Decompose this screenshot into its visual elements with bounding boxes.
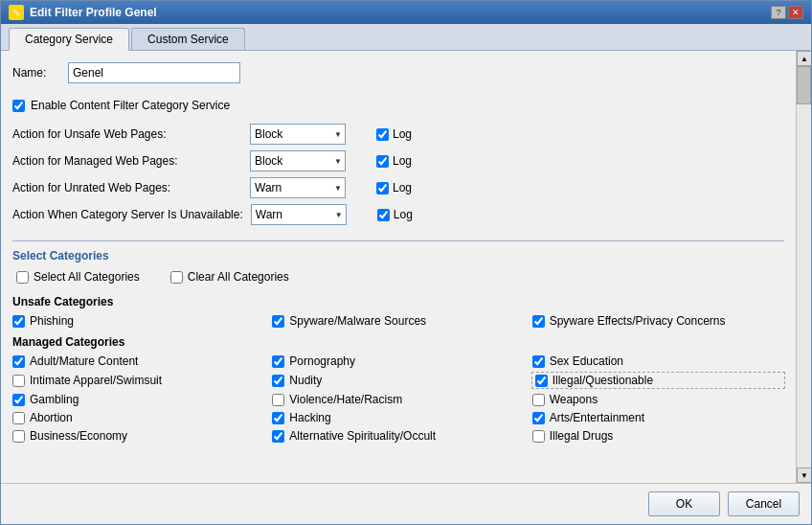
scroll-up-button[interactable]: ▲	[797, 51, 811, 66]
select-all-checkbox[interactable]	[16, 271, 29, 284]
action-select-wrap-0: BlockWarnAllow	[250, 124, 346, 145]
unsafe-checkbox-1[interactable]	[272, 315, 284, 328]
scroll-thumb[interactable]	[797, 66, 811, 104]
cancel-button[interactable]: Cancel	[728, 491, 800, 516]
select-categories-header: Select Categories	[12, 249, 784, 262]
action-select-wrap-3: BlockWarnAllow	[251, 204, 347, 225]
section-divider	[12, 240, 784, 241]
action-row-2: Action for Unrated Web Pages: BlockWarnA…	[12, 177, 784, 198]
list-item: Pornography	[272, 354, 524, 368]
managed-cb-13[interactable]	[272, 430, 284, 443]
managed-lbl-0: Adult/Mature Content	[30, 354, 138, 368]
select-all-row: Select All Categories Clear All Categori…	[12, 270, 784, 284]
clear-all-item: Clear All Categories	[170, 270, 289, 284]
log-check-0: Log	[376, 127, 412, 141]
list-item: Violence/Hate/Racism	[272, 393, 524, 406]
log-checkbox-1[interactable]	[376, 155, 389, 168]
managed-cb-4[interactable]	[272, 375, 284, 387]
managed-cb-10[interactable]	[272, 412, 284, 424]
log-label-2: Log	[393, 181, 412, 194]
log-label-0: Log	[393, 127, 412, 141]
managed-lbl-12: Business/Economy	[30, 429, 127, 443]
managed-title: Managed Categories	[12, 335, 784, 349]
managed-cb-14[interactable]	[532, 430, 545, 443]
list-item: Business/Economy	[12, 429, 264, 443]
action-select-2[interactable]: BlockWarnAllow	[250, 177, 346, 198]
log-checkbox-2[interactable]	[376, 182, 389, 194]
managed-cb-7[interactable]	[272, 394, 284, 406]
managed-cb-1[interactable]	[272, 355, 284, 368]
action-select-1[interactable]: BlockWarnAllow	[250, 150, 346, 171]
action-label-0: Action for Unsafe Web Pages:	[12, 127, 242, 141]
action-grid: Action for Unsafe Web Pages: BlockWarnAl…	[12, 124, 784, 225]
log-label-1: Log	[393, 154, 412, 168]
tab-bar: Category Service Custom Service	[1, 24, 811, 51]
enable-checkbox[interactable]	[12, 100, 25, 112]
action-row-1: Action for Managed Web Pages: BlockWarnA…	[12, 150, 784, 171]
ok-button[interactable]: OK	[648, 491, 720, 516]
unsafe-checkbox-0[interactable]	[12, 315, 25, 328]
managed-cb-0[interactable]	[12, 355, 25, 368]
action-label-2: Action for Unrated Web Pages:	[12, 181, 242, 194]
window-icon: ✎	[9, 5, 24, 20]
action-select-0[interactable]: BlockWarnAllow	[250, 124, 346, 145]
managed-lbl-3: Intimate Apparel/Swimsuit	[30, 374, 162, 387]
name-input[interactable]	[68, 62, 240, 83]
managed-cb-6[interactable]	[12, 394, 25, 406]
help-button[interactable]: ?	[771, 6, 786, 19]
action-select-3[interactable]: BlockWarnAllow	[251, 204, 347, 225]
action-select-wrap-2: BlockWarnAllow	[250, 177, 346, 198]
window-title: Edit Filter Profile Genel	[30, 6, 157, 19]
managed-cb-8[interactable]	[532, 394, 545, 406]
title-buttons: ? ✕	[771, 6, 803, 19]
unsafe-categories-grid: Phishing Spyware/Malware Sources Spyware…	[12, 314, 784, 328]
managed-cb-5[interactable]	[535, 375, 548, 387]
select-all-item: Select All Categories	[16, 270, 140, 284]
list-item: Weapons	[532, 393, 784, 406]
list-item: Illegal Drugs	[532, 429, 784, 443]
clear-all-checkbox[interactable]	[170, 271, 183, 284]
managed-lbl-10: Hacking	[289, 411, 330, 424]
managed-cb-11[interactable]	[532, 412, 545, 424]
list-item: Spyware Effects/Privacy Concerns	[532, 314, 784, 328]
list-item: Alternative Spirituality/Occult	[272, 429, 524, 443]
log-label-3: Log	[394, 208, 413, 221]
list-item: Intimate Apparel/Swimsuit	[12, 373, 264, 388]
log-check-1: Log	[376, 154, 412, 168]
scrollbar[interactable]: ▲ ▼	[796, 51, 811, 483]
log-check-2: Log	[376, 181, 412, 194]
enable-label: Enable Content Filter Category Service	[31, 99, 230, 112]
managed-lbl-2: Sex Education	[550, 354, 623, 368]
log-checkbox-0[interactable]	[376, 128, 389, 141]
managed-lbl-7: Violence/Hate/Racism	[289, 393, 402, 406]
content-area: Name: Enable Content Filter Category Ser…	[1, 51, 811, 483]
managed-cb-9[interactable]	[12, 412, 25, 424]
list-item: Nudity	[272, 373, 524, 388]
scroll-track[interactable]	[797, 66, 811, 468]
list-item: Phishing	[12, 314, 264, 328]
list-item: Sex Education	[532, 354, 784, 368]
unsafe-checkbox-2[interactable]	[532, 315, 545, 328]
managed-cb-12[interactable]	[12, 430, 25, 443]
scroll-down-button[interactable]: ▼	[797, 468, 811, 483]
close-button[interactable]: ✕	[788, 6, 803, 19]
log-checkbox-3[interactable]	[377, 209, 390, 221]
managed-lbl-4: Nudity	[289, 374, 322, 387]
footer: OK Cancel	[1, 483, 811, 524]
action-label-3: Action When Category Server Is Unavailab…	[12, 208, 243, 221]
managed-cb-2[interactable]	[532, 355, 545, 368]
tab-custom-service[interactable]: Custom Service	[131, 28, 245, 50]
enable-row: Enable Content Filter Category Service	[12, 99, 784, 112]
managed-lbl-8: Weapons	[550, 393, 598, 406]
managed-lbl-13: Alternative Spirituality/Occult	[289, 429, 436, 443]
name-row: Name:	[12, 62, 784, 83]
tab-category-service[interactable]: Category Service	[9, 28, 129, 51]
managed-lbl-14: Illegal Drugs	[550, 429, 614, 443]
managed-cb-3[interactable]	[12, 375, 25, 387]
list-item: Hacking	[272, 411, 524, 424]
list-item: Illegal/Questionable	[532, 373, 784, 388]
list-item: Adult/Mature Content	[12, 354, 264, 368]
unsafe-label-0: Phishing	[30, 314, 74, 328]
managed-lbl-6: Gambling	[30, 393, 79, 406]
main-content: Name: Enable Content Filter Category Ser…	[1, 51, 796, 483]
